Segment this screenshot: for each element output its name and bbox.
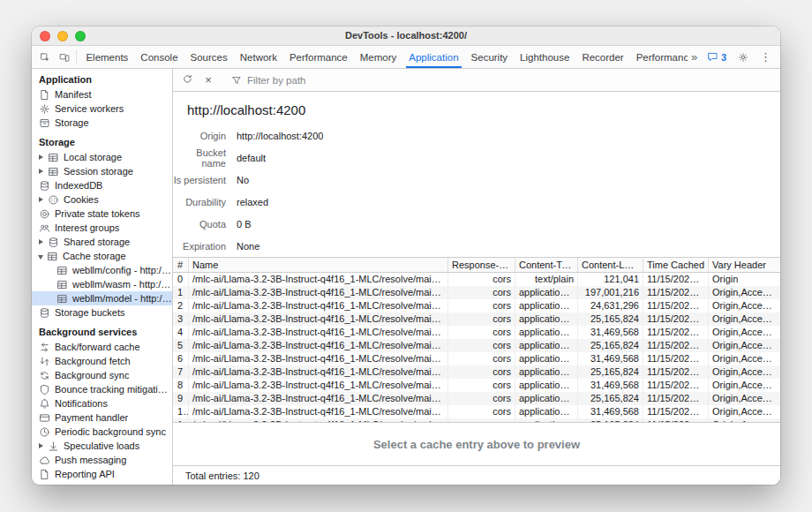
sidebar-item-label: Payment handler: [55, 412, 128, 423]
sidebar-item-indexeddb[interactable]: IndexedDB: [32, 178, 172, 192]
sidebar-item-bounce-tracking-mitigations[interactable]: Bounce tracking mitigations: [32, 382, 172, 396]
issues-badge[interactable]: 3: [703, 51, 730, 63]
sidebar-item-private-state-tokens[interactable]: Private state tokens: [32, 207, 172, 221]
sidebar-item-shared-storage[interactable]: Shared storage: [32, 235, 172, 249]
sidebar-item-payment-handler[interactable]: Payment handler: [32, 410, 172, 425]
storage-icon: [38, 117, 50, 129]
metadata-row-bucket-name: Bucket namedefault: [173, 147, 780, 169]
sidebar-item-label: Local storage: [64, 152, 122, 162]
column-header-time-cached[interactable]: Time Cached: [643, 258, 709, 273]
filter-input[interactable]: Filter by path: [228, 75, 776, 86]
column-header-content-type[interactable]: Content-Type: [515, 258, 578, 273]
table-row[interactable]: 4/mlc-ai/Llama-3.2-3B-Instruct-q4f16_1-M…: [173, 326, 780, 339]
tab-network[interactable]: Network: [234, 46, 283, 68]
sidebar-item-manifest[interactable]: Manifest: [32, 87, 172, 102]
tab-elements[interactable]: Elements: [79, 46, 134, 68]
cell-response-type: cors: [448, 299, 515, 312]
sidebar-item-speculative-loads[interactable]: Speculative loads: [32, 439, 172, 453]
cell-time-cached: 11/15/2024, 10…: [643, 299, 709, 312]
clear-button[interactable]: ×: [199, 71, 218, 90]
tab-application[interactable]: Application: [402, 46, 464, 68]
menu-button[interactable]: ⋮: [756, 51, 775, 63]
chevron-down-icon[interactable]: [38, 255, 43, 260]
column-header-response-type[interactable]: Response-Type: [448, 258, 515, 273]
sidebar-item-label: Shared storage: [64, 237, 130, 247]
sidebar-item-label: Speculative loads: [64, 440, 139, 451]
metadata-row-is-persistent: Is persistentNo: [173, 169, 780, 191]
more-tabs-button[interactable]: »: [688, 51, 701, 63]
tab-lighthouse[interactable]: Lighthouse: [514, 46, 575, 68]
sidebar-item-storage[interactable]: Storage: [32, 116, 172, 130]
sidebar-item-webllm-model-http-loc[interactable]: webllm/model - http://loc…: [32, 291, 172, 305]
column-header-number[interactable]: #: [173, 258, 189, 273]
filter-placeholder: Filter by path: [247, 75, 305, 86]
table-row[interactable]: 1/mlc-ai/Llama-3.2-3B-Instruct-q4f16_1-M…: [173, 286, 780, 299]
sidebar-item-local-storage[interactable]: Local storage: [32, 150, 172, 164]
column-header-name[interactable]: Name: [189, 258, 448, 273]
table-row[interactable]: 9/mlc-ai/Llama-3.2-3B-Instruct-q4f16_1-M…: [173, 392, 780, 405]
refresh-button[interactable]: [177, 71, 197, 90]
sidebar-item-periodic-background-sync[interactable]: Periodic background sync: [32, 425, 172, 439]
minimize-window-button[interactable]: [57, 31, 68, 41]
sidebar-item-background-sync[interactable]: Background sync: [32, 368, 172, 382]
tab-label: Performance insights: [636, 52, 688, 63]
metadata-label: Is persistent: [173, 175, 237, 185]
sidebar-section-application: Application: [32, 72, 172, 87]
sidebar-item-push-messaging[interactable]: Push messaging: [32, 453, 172, 467]
chevron-right-icon[interactable]: [39, 154, 43, 160]
cell-content-length: 25,165,824: [578, 392, 643, 405]
manifest-icon: [38, 88, 50, 101]
sidebar-item-notifications[interactable]: Notifications: [32, 396, 172, 410]
sidebar-item-reporting-api[interactable]: Reporting API: [32, 467, 172, 481]
cell-name: /mlc-ai/Llama-3.2-3B-Instruct-q4f16_1-ML…: [189, 326, 448, 339]
sidebar-item-cache-storage[interactable]: Cache storage: [32, 249, 172, 263]
application-sidebar: ApplicationManifestService workersStorag…: [32, 69, 173, 485]
sidebar-item-label: Back/forward cache: [55, 342, 140, 352]
sidebar-item-webllm-config-http-loc[interactable]: webllm/config - http://loc…: [32, 263, 172, 277]
close-window-button[interactable]: [40, 31, 50, 41]
tab-memory[interactable]: Memory: [354, 46, 403, 68]
tab-recorder[interactable]: Recorder: [575, 46, 629, 68]
sidebar-item-storage-buckets[interactable]: Storage buckets: [32, 305, 172, 320]
zoom-window-button[interactable]: [75, 31, 86, 41]
tab-console[interactable]: Console: [134, 46, 184, 68]
table-row[interactable]: 7/mlc-ai/Llama-3.2-3B-Instruct-q4f16_1-M…: [173, 365, 780, 379]
sidebar-item-label: Service workers: [55, 103, 124, 114]
sidebar-item-back-forward-cache[interactable]: Back/forward cache: [32, 340, 172, 354]
device-toolbar-button[interactable]: [55, 46, 74, 68]
sidebar-item-service-workers[interactable]: Service workers: [32, 102, 172, 116]
cell-number: 6: [173, 352, 189, 365]
tab-sources[interactable]: Sources: [184, 46, 234, 68]
settings-button[interactable]: [733, 52, 754, 63]
cell-number: 7: [173, 365, 189, 379]
column-header-vary-header[interactable]: Vary Header: [709, 258, 780, 273]
cell-response-type: cors: [448, 326, 515, 339]
table-row[interactable]: 10/mlc-ai/Llama-3.2-3B-Instruct-q4f16_1-…: [173, 405, 780, 418]
chevron-right-icon[interactable]: [39, 169, 43, 174]
tab-label: Sources: [191, 52, 228, 63]
table-row[interactable]: 8/mlc-ai/Llama-3.2-3B-Instruct-q4f16_1-M…: [173, 379, 780, 392]
inspect-element-button[interactable]: [35, 46, 55, 68]
chevron-right-icon[interactable]: [39, 197, 43, 202]
cell-name: /mlc-ai/Llama-3.2-3B-Instruct-q4f16_1-ML…: [189, 392, 448, 405]
sidebar-item-interest-groups[interactable]: Interest groups: [32, 221, 172, 235]
sidebar-item-webllm-wasm-http-loca[interactable]: webllm/wasm - http://loca…: [32, 277, 172, 291]
sidebar-item-session-storage[interactable]: Session storage: [32, 164, 172, 178]
speculative-loads-icon: [47, 440, 59, 452]
chevron-right-icon[interactable]: [39, 443, 43, 448]
sidebar-item-background-fetch[interactable]: Background fetch: [32, 354, 172, 368]
table-row[interactable]: 3/mlc-ai/Llama-3.2-3B-Instruct-q4f16_1-M…: [173, 312, 780, 326]
sidebar-item-label: Private state tokens: [55, 208, 140, 219]
table-row[interactable]: 6/mlc-ai/Llama-3.2-3B-Instruct-q4f16_1-M…: [173, 352, 780, 365]
table-row[interactable]: 0/mlc-ai/Llama-3.2-3B-Instruct-q4f16_1-M…: [173, 273, 780, 286]
table-row[interactable]: 5/mlc-ai/Llama-3.2-3B-Instruct-q4f16_1-M…: [173, 339, 780, 352]
tab-performance-insights[interactable]: Performance insights: [630, 46, 688, 68]
refresh-icon: [182, 73, 193, 87]
tab-performance[interactable]: Performance: [283, 46, 354, 68]
sidebar-item-cookies[interactable]: Cookies: [32, 192, 172, 207]
table-row[interactable]: 2/mlc-ai/Llama-3.2-3B-Instruct-q4f16_1-M…: [173, 299, 780, 312]
indexeddb-icon: [38, 179, 50, 192]
chevron-right-icon[interactable]: [39, 239, 43, 245]
column-header-content-length[interactable]: Content-Length: [578, 258, 643, 273]
tab-security[interactable]: Security: [465, 46, 515, 68]
